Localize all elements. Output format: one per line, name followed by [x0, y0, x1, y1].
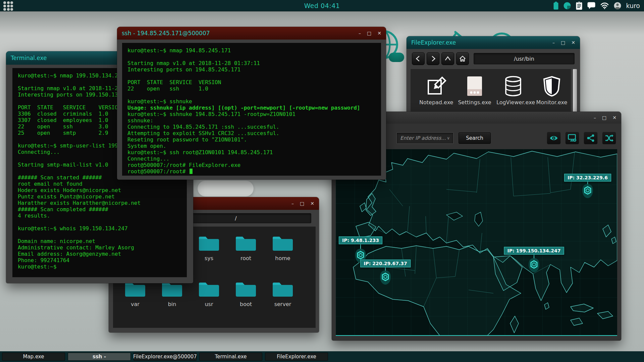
- settings-icon: [458, 74, 491, 97]
- terminal-line: [127, 73, 376, 79]
- search-button[interactable]: Search: [459, 132, 491, 144]
- minimize-button[interactable]: –: [359, 31, 361, 36]
- terminal-line: kuro@test:~$ sshnuke: [127, 98, 376, 105]
- ssh-window[interactable]: ssh - 194.85.245.171@500007 – □ ✕ kuro@t…: [117, 27, 386, 180]
- terminal-line: root@500007:/root# FileExplorer.exe: [127, 162, 376, 168]
- terminal-line: root@500007:/root#: [127, 168, 376, 175]
- terminal-line: Usage: sshnuke [ip address] [(opt) -port…: [127, 105, 376, 111]
- close-button[interactable]: ✕: [612, 115, 616, 120]
- close-button[interactable]: ✕: [571, 40, 575, 45]
- ssh-terminal-output[interactable]: kuro@test:~$ nmap 194.85.245.171Starting…: [122, 43, 381, 176]
- folder-name: sys: [191, 255, 227, 261]
- folder-name: server: [264, 301, 301, 307]
- screen-share-icon[interactable]: [565, 132, 579, 144]
- username[interactable]: kuro: [626, 2, 640, 9]
- back-button[interactable]: [412, 52, 425, 65]
- folder-bin[interactable]: bin: [154, 281, 191, 307]
- folder-name: bin: [154, 301, 191, 307]
- terminal-line: kuro@test:~$ nmap 194.85.245.171: [127, 47, 376, 54]
- terminal-line: Hoders exists Hoders@nicorpe.net: [18, 187, 181, 193]
- maximize-button[interactable]: □: [300, 201, 304, 206]
- file-explorer-titlebar[interactable]: FileExplorer.exe – □ ✕: [407, 36, 580, 49]
- terminal-line: kuro@test:~$ whois 199.150.134.247: [18, 225, 181, 232]
- file-name: Notepad.exe: [419, 99, 453, 106]
- taskbar-item[interactable]: Map.exe: [2, 353, 65, 361]
- ip-search-input[interactable]: Enter IP address... ∨: [396, 132, 453, 144]
- terminal-line: sshnuke:: [127, 117, 376, 124]
- chat-icon: [587, 2, 595, 9]
- up-button[interactable]: [441, 52, 454, 65]
- file-name: Settings.exe: [458, 99, 491, 106]
- eye-icon[interactable]: [547, 132, 561, 144]
- folder-icon: [227, 235, 264, 253]
- terminal-line: Domain name: nicorpe.net: [18, 238, 181, 244]
- file-name: LogViewer.exe: [496, 99, 530, 106]
- terminal-line: [127, 54, 376, 60]
- terminal-line: Email address: Asorg@genzyme.net: [18, 251, 181, 257]
- terminal-line: kuro@test:~$ ssh root@Z1ON0101 194.85.24…: [127, 149, 376, 156]
- window-title: FileExplorer.exe: [411, 39, 456, 46]
- desktop-shortcut-blob[interactable]: [198, 181, 254, 196]
- ssh-titlebar[interactable]: ssh - 194.85.245.171@500007 – □ ✕: [117, 27, 386, 40]
- ip-label[interactable]: IP: 199.150.134.247: [504, 247, 564, 255]
- taskbar-item[interactable]: FileExplorer.exe: [265, 353, 328, 361]
- terminal-line: System open.: [127, 143, 376, 149]
- ip-label[interactable]: IP: 220.29.67.37: [360, 260, 411, 267]
- file-icon-settings[interactable]: Settings.exe: [458, 74, 491, 106]
- taskbar-item[interactable]: ssh -: [68, 353, 131, 361]
- wifi-icon: [600, 2, 609, 9]
- ip-label[interactable]: IP: 32.23.229.6: [564, 174, 611, 182]
- terminal-line: Haratther exists Haratther@nicorpe.net: [18, 200, 181, 206]
- minimize-button[interactable]: –: [552, 40, 555, 45]
- taskbar-item[interactable]: Terminal.exe: [199, 353, 262, 361]
- share-icon[interactable]: [584, 132, 598, 144]
- folder-var[interactable]: var: [117, 281, 154, 307]
- ip-search-placeholder: Enter IP address...: [400, 135, 446, 141]
- minimize-button[interactable]: –: [291, 201, 294, 206]
- map-marker[interactable]: [582, 184, 593, 200]
- close-button[interactable]: ✕: [310, 201, 314, 206]
- forward-button[interactable]: [427, 52, 439, 65]
- home-button[interactable]: [456, 52, 469, 65]
- terminal-line: Attempting to exploit SSHv1 CRC32 ...suc…: [127, 130, 376, 136]
- folder-name: boot: [227, 301, 264, 307]
- file-icon-notepad[interactable]: Notepad.exe: [419, 74, 453, 106]
- folder-boot[interactable]: boot: [227, 281, 264, 307]
- desktop-shortcut-pill[interactable]: [389, 53, 404, 62]
- maximize-button[interactable]: □: [561, 40, 565, 45]
- folder-icon: [264, 235, 301, 253]
- maximize-button[interactable]: □: [367, 31, 371, 36]
- system-tray: kuro: [553, 2, 644, 10]
- close-button[interactable]: ✕: [377, 31, 381, 36]
- terminal-cursor: [190, 169, 193, 174]
- terminal-line: Connecting...: [127, 156, 376, 162]
- file-icon-logviewer[interactable]: LogViewer.exe: [496, 74, 530, 106]
- minimize-button[interactable]: –: [594, 115, 596, 120]
- current-path: /: [235, 215, 236, 222]
- folder-sys[interactable]: sys: [191, 235, 227, 261]
- folder-usr[interactable]: usr: [191, 281, 227, 307]
- terminal-line: kuro@test:~$ sshnuke 194.85.245.171 -roo…: [127, 111, 376, 117]
- folder-root[interactable]: root: [227, 235, 264, 261]
- chevron-down-icon[interactable]: ∨: [447, 136, 450, 140]
- folder-home[interactable]: home: [264, 235, 301, 261]
- terminal-line: Reseting root password to "Z1ON0101".: [127, 136, 376, 143]
- file-icon-monitor[interactable]: Monitor.exe: [535, 74, 569, 106]
- maximize-button[interactable]: □: [602, 115, 606, 120]
- current-path: /usr/bin: [514, 56, 534, 62]
- folder-icon: [117, 281, 154, 299]
- folder-icon: [154, 281, 191, 299]
- avatar-icon[interactable]: [614, 2, 621, 9]
- address-bar[interactable]: /usr/bin: [474, 53, 575, 64]
- ip-label[interactable]: IP: 9.48.1.233: [339, 237, 382, 244]
- map-marker[interactable]: [380, 270, 391, 286]
- map-marker[interactable]: [528, 258, 540, 274]
- pie-chart-icon: [564, 2, 571, 9]
- folder-server[interactable]: server: [264, 281, 301, 307]
- window-title: Terminal.exe: [11, 55, 47, 61]
- folder-name: home: [264, 255, 301, 261]
- terminal-line: Administrative contact: Marley Asorg: [18, 244, 181, 251]
- terminal-line: [18, 232, 181, 238]
- shuffle-icon[interactable]: [602, 132, 616, 144]
- taskbar-item[interactable]: FileExplorer.exe@500007: [133, 353, 197, 361]
